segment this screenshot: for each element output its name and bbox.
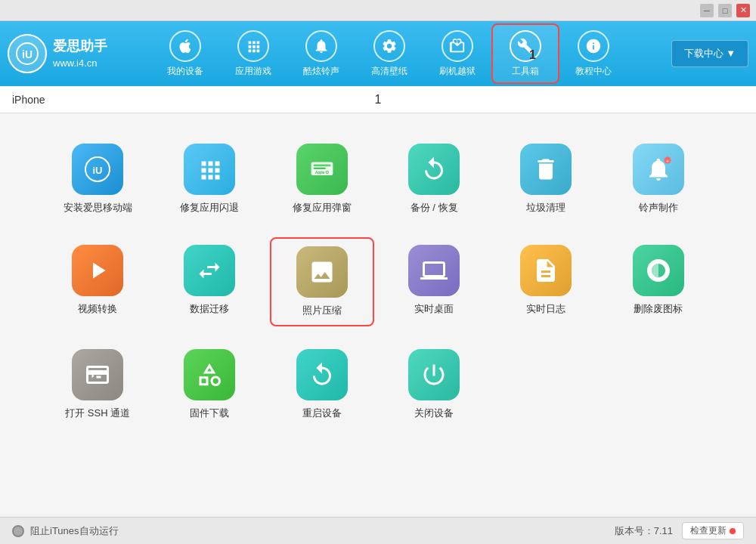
device-label: iPhone: [12, 94, 45, 106]
tool-shutdown[interactable]: 关闭设备: [382, 342, 486, 428]
delete-icons-label: 删除废图标: [634, 302, 683, 316]
ringtone-label: 铃声制作: [639, 201, 678, 215]
package-icon: [442, 30, 473, 62]
device-bar: iPhone 1: [0, 86, 756, 113]
log-icon: [520, 245, 572, 296]
svg-text:Apple ID: Apple ID: [315, 171, 330, 175]
tool-fix-popup[interactable]: Apple ID 修复应用弹窗: [270, 136, 374, 222]
nav-wallpapers[interactable]: 高清壁纸: [355, 23, 423, 84]
close-btn[interactable]: ✕: [736, 4, 750, 17]
logo-name: 爱思助手: [53, 37, 107, 56]
titlebar: ─ □ ✕: [0, 0, 756, 21]
restart-label: 重启设备: [302, 406, 342, 420]
tools-row-3: 打开 SSH 通道 固件下载 重启设备: [45, 342, 711, 428]
nav-toolbox-label: 工具箱: [512, 65, 539, 78]
migrate-icon: [184, 245, 235, 296]
shutdown-label: 关闭设备: [414, 406, 454, 420]
status-right: 版本号：7.11 检查更新: [615, 522, 744, 539]
video-label: 视频转换: [78, 302, 117, 316]
svg-text:iU: iU: [93, 165, 103, 176]
nav-apps-label: 应用游戏: [235, 65, 271, 78]
tool-ssh[interactable]: 打开 SSH 通道: [45, 342, 150, 428]
maximize-btn[interactable]: □: [718, 4, 732, 17]
nav-jailbreak-label: 刷机越狱: [439, 65, 476, 78]
fix-popup-icon: Apple ID: [296, 144, 348, 195]
nav-apps-games[interactable]: 应用游戏: [219, 23, 287, 84]
navbar: iU 爱思助手 www.i4.cn 我的设备 应用游戏: [0, 21, 756, 86]
install-i4-icon: iU: [72, 144, 123, 195]
nav-jailbreak[interactable]: 刷机越狱: [423, 23, 491, 84]
tab-number: 1: [375, 93, 382, 107]
tool-restart[interactable]: 重启设备: [270, 342, 374, 428]
apple-icon: [169, 30, 201, 62]
nav-tutorials[interactable]: 教程中心: [559, 23, 627, 84]
svg-rect-5: [314, 165, 330, 167]
tool-trash[interactable]: 垃圾清理: [494, 136, 598, 222]
nav-items: 我的设备 应用游戏 酷炫铃声: [107, 23, 671, 84]
toolbox-icon: [510, 30, 541, 62]
itunes-status-circle: [12, 525, 24, 537]
version-label: 版本号：7.11: [615, 524, 673, 538]
svg-text:+: +: [666, 158, 670, 165]
tool-photo-compress[interactable]: 2 照片压缩: [270, 237, 374, 326]
tools-row-1: iU 安装爱思移动端 修复应用闪退 Apple ID: [45, 136, 711, 222]
tool-firmware[interactable]: 固件下载: [157, 342, 262, 428]
minimize-btn[interactable]: ─: [700, 4, 714, 17]
tool-live-log[interactable]: 实时日志: [494, 237, 598, 326]
tool-fix-crash[interactable]: 修复应用闪退: [157, 136, 262, 222]
tool-live-desktop[interactable]: 实时桌面: [382, 237, 486, 326]
desktop-icon: [408, 245, 460, 296]
status-left: 阻止iTunes自动运行: [12, 524, 119, 538]
trash-label: 垃圾清理: [526, 201, 565, 215]
photo-icon: [296, 246, 348, 298]
tool-ringtone[interactable]: + 铃声制作: [606, 136, 711, 222]
tool-video[interactable]: 视频转换: [45, 237, 150, 326]
nav-ringtones-label: 酷炫铃声: [303, 65, 339, 78]
update-button[interactable]: 检查更新: [682, 522, 744, 539]
firmware-icon: [184, 349, 235, 400]
svg-rect-6: [314, 168, 326, 169]
svg-text:iU: iU: [22, 48, 33, 60]
install-i4-label: 安装爱思移动端: [64, 201, 132, 215]
nav-my-device-label: 我的设备: [167, 65, 203, 78]
fix-popup-label: 修复应用弹窗: [293, 201, 352, 215]
nav-toolbox[interactable]: 工具箱: [491, 23, 559, 84]
download-button[interactable]: 下载中心 ▼: [671, 40, 748, 67]
update-red-dot: [730, 528, 736, 534]
ssh-icon: [72, 349, 123, 400]
photo-label: 照片压缩: [302, 304, 342, 317]
nav-my-device[interactable]: 我的设备: [151, 23, 219, 84]
nav-tutorials-label: 教程中心: [575, 65, 612, 78]
apps-icon: [237, 30, 269, 62]
logo: iU 爱思助手 www.i4.cn: [8, 34, 107, 73]
firmware-label: 固件下载: [190, 406, 229, 420]
itunes-label: 阻止iTunes自动运行: [30, 524, 119, 538]
fix-crash-icon: [184, 144, 235, 195]
tool-delete-icons[interactable]: 删除废图标: [606, 237, 711, 326]
trash-icon: [520, 144, 572, 195]
settings-icon: [373, 30, 405, 62]
backup-icon: [408, 144, 460, 195]
main-content: iU 安装爱思移动端 修复应用闪退 Apple ID: [0, 113, 756, 517]
nav-wallpapers-label: 高清壁纸: [371, 65, 407, 78]
shutdown-icon: [408, 349, 460, 400]
statusbar: 阻止iTunes自动运行 版本号：7.11 检查更新: [0, 517, 756, 544]
fix-crash-label: 修复应用闪退: [180, 201, 239, 215]
logo-icon: iU: [8, 34, 47, 73]
bell-icon: [305, 30, 337, 62]
info-icon: [578, 30, 609, 62]
tool-backup[interactable]: 备份 / 恢复: [382, 136, 486, 222]
tools-row-2: 视频转换 数据迁移 2 照片压缩: [45, 237, 711, 326]
ringtone-icon: +: [633, 144, 684, 195]
restart-icon: [296, 349, 348, 400]
ssh-label: 打开 SSH 通道: [65, 406, 130, 420]
live-log-label: 实时日志: [526, 302, 565, 316]
logo-url: www.i4.cn: [53, 57, 107, 70]
delete-icons-icon: [633, 245, 684, 296]
nav-ringtones[interactable]: 酷炫铃声: [287, 23, 355, 84]
tool-migrate[interactable]: 数据迁移: [157, 237, 262, 326]
tool-install-i4[interactable]: iU 安装爱思移动端: [45, 136, 150, 222]
backup-label: 备份 / 恢复: [411, 201, 458, 215]
video-icon: [72, 245, 123, 296]
migrate-label: 数据迁移: [190, 302, 229, 316]
